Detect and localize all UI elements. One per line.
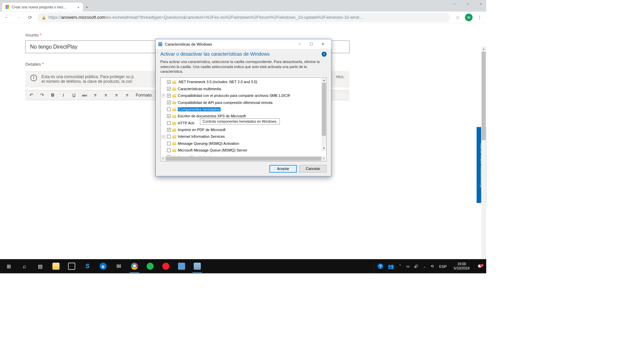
battery-icon[interactable]: ▭ [405,264,411,268]
strike-button[interactable]: abc [81,93,88,97]
list-ol-button[interactable]: ≡ [102,93,109,98]
folder-icon [172,101,176,104]
spotify-button[interactable] [142,260,158,273]
cancel-button[interactable]: Cancelar [299,165,327,173]
dialog-close-button[interactable]: ✕ [317,40,329,48]
feature-checkbox[interactable] [167,87,171,91]
feature-item[interactable]: Características multimedia [161,85,327,92]
dialog-maximize-button[interactable]: ☐ [306,40,317,48]
expand-icon[interactable]: + [162,135,165,138]
action-center-button[interactable]: 💬 3 [475,264,485,268]
dialog-title: Características de Windows [165,42,212,46]
chrome-button[interactable] [127,260,143,273]
chrome-menu-button[interactable]: ⋮ [476,14,484,20]
clock[interactable]: 19:00 5/10/2018 [450,262,473,270]
feature-item[interactable]: +Compatibilidad con el protocolo para co… [161,92,327,99]
feature-checkbox[interactable] [167,114,171,118]
scroll-thumb[interactable] [482,52,486,140]
expand-icon[interactable]: + [162,94,165,98]
tree-hscrollbar[interactable]: < > [161,156,327,161]
page-scrollbar[interactable]: ▲ ▼ [481,47,486,273]
tree-vscrollbar[interactable]: ▲ ▼ [321,78,326,151]
feature-checkbox[interactable] [167,128,171,132]
back-button[interactable]: ← [3,13,11,22]
feature-item[interactable]: .NET Framework 3.5 (includes .NET 2.0 an… [161,79,327,85]
scroll-up-icon[interactable]: ▲ [321,78,326,83]
italic-button[interactable]: I [60,93,67,98]
os-maximize[interactable]: ☐ [464,2,472,6]
bold-button[interactable]: B [49,93,56,98]
url-text: https://https://answers.microsoft.com/es… [48,15,363,20]
help-icon[interactable]: ? [322,52,327,57]
new-tab-button[interactable]: + [83,3,91,12]
feature-checkbox[interactable] [167,121,171,125]
scroll-down-icon[interactable]: ▼ [321,146,326,151]
browser-tab[interactable]: Crear una nueva pregunta o inici... × [2,3,83,12]
app-button-1[interactable]: S [79,260,95,273]
redo-button[interactable]: ↷ [39,93,46,98]
format-dropdown[interactable]: Formato [134,93,153,98]
reload-button[interactable]: ⟳ [26,13,35,22]
tray-expand-icon[interactable]: ˄ [397,264,403,268]
scroll-up-icon[interactable]: ▲ [481,47,486,52]
scroll-right-icon[interactable]: > [321,156,326,161]
opera-button[interactable] [158,260,174,273]
store-button[interactable] [64,260,79,273]
search-button[interactable]: ⌕ [17,260,33,273]
feature-item[interactable]: Message Queuing (MSMQ) Activation [161,140,327,147]
clock-date: 5/10/2018 [450,266,473,270]
scroll-thumb[interactable] [166,157,321,161]
wifi-icon[interactable]: ◞ [421,264,428,268]
feature-checkbox[interactable] [167,101,171,105]
feature-checkbox[interactable] [167,135,171,139]
forward-button[interactable]: → [14,13,23,22]
undo-button[interactable]: ↶ [28,93,35,98]
help-tray-icon[interactable]: ? [376,260,385,273]
os-minimize[interactable]: ─ [451,2,459,6]
feature-item[interactable]: Componentes heredados [161,106,327,113]
feature-checkbox[interactable] [167,148,171,152]
scroll-left-icon[interactable]: < [161,156,166,161]
language-indicator[interactable]: ESP [437,264,449,268]
folder-icon [172,128,176,132]
list-ul-button[interactable]: ≡ [92,93,99,98]
feature-checkbox[interactable] [167,94,171,98]
tooltip: Controla componentes heredados en Window… [200,118,280,124]
browser-tabstrip: Crear una nueva pregunta o inici... × + [0,0,486,12]
dialog-minimize-button[interactable]: ─ [294,40,306,48]
feature-checkbox[interactable] [167,156,171,156]
file-explorer-button[interactable] [48,260,64,273]
search-icon: ⌕ [23,263,26,269]
indent-button[interactable]: ≡ [123,93,130,98]
os-close[interactable]: ✕ [477,2,485,6]
volume-icon[interactable]: 🔊 [413,264,420,268]
outdent-button[interactable]: ≡ [113,93,120,98]
feature-checkbox[interactable] [167,80,171,84]
control-panel-button[interactable] [190,260,205,273]
ok-button[interactable]: Aceptar [269,165,297,173]
feature-checkbox[interactable] [167,108,171,111]
profile-avatar[interactable]: W [465,13,473,21]
start-button[interactable]: ⊞ [1,260,17,273]
edge-button[interactable]: e [95,260,111,273]
notification-badge: 3 [480,264,484,266]
feature-checkbox[interactable] [167,142,171,145]
feature-item[interactable]: +Internet Information Services [161,133,327,140]
address-bar[interactable]: 🔒 https://https://answers.microsoft.com/… [38,13,450,22]
feature-item[interactable]: Compatibilidad de API para compresión di… [161,99,327,106]
feature-item[interactable]: Microsoft Message Queue (MSMQ) Server [161,147,327,154]
feature-item[interactable]: Named Pipe Activation [161,154,327,156]
tab-close-icon[interactable]: × [77,5,79,9]
underline-button[interactable]: U [70,93,77,98]
taskview-button[interactable]: ▤ [33,260,48,273]
scroll-thumb[interactable] [322,83,326,136]
people-button[interactable]: 👥 [386,260,395,273]
people-icon: 👥 [388,263,394,269]
dialog-titlebar[interactable]: Características de Windows ─ ☐ ✕ [156,39,331,49]
mail-button[interactable]: ✉ [111,260,127,273]
feature-item[interactable]: Imprimir en PDF de Microsoft [161,126,327,133]
bluetooth-icon[interactable]: ⟲ [429,264,436,268]
app-button-2[interactable] [174,260,190,273]
bookmark-star-icon[interactable]: ☆ [453,13,462,22]
dialog-icon [158,42,162,46]
